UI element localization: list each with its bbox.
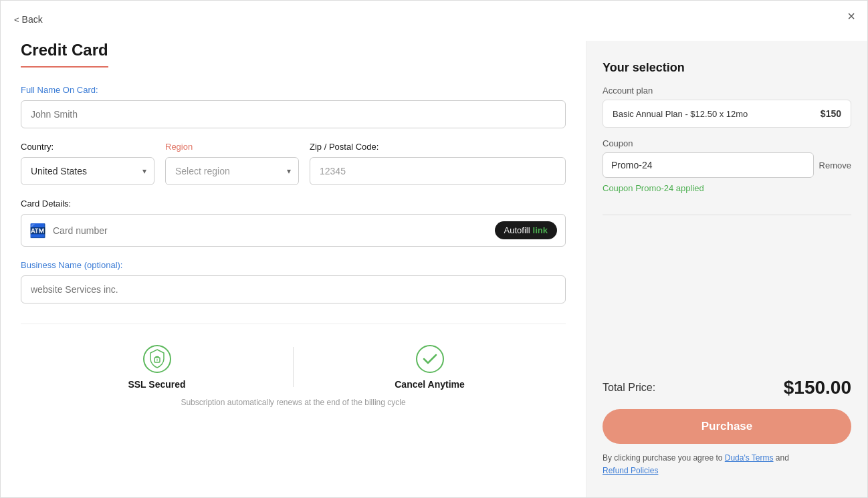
plan-price: $150 [821, 108, 841, 119]
business-name-label: Business Name (optional): [21, 260, 566, 270]
terms-before-text: By clicking purchase you agree to [603, 453, 725, 463]
country-field-group: Country: United States Canada United Kin… [21, 142, 154, 185]
coupon-label: Coupon [603, 138, 851, 148]
terms-link[interactable]: Duda's Terms [725, 453, 774, 463]
terms-middle-text: and [774, 453, 789, 463]
zip-field-group: Zip / Postal Code: [310, 142, 566, 185]
account-plan-label: Account plan [603, 86, 851, 96]
card-number-input[interactable] [53, 225, 495, 236]
autofill-link-text: link [533, 225, 548, 235]
sidebar-divider [603, 215, 851, 215]
zip-label: Zip / Postal Code: [310, 142, 566, 152]
right-panel: Your selection Account plan Basic Annual… [586, 41, 867, 497]
total-price: $150.00 [784, 377, 851, 398]
region-select-wrapper: Select region Alabama Alaska California … [165, 157, 299, 185]
svg-point-2 [156, 360, 158, 361]
security-badges: SSL Secured Cancel Anytime [21, 344, 566, 390]
business-section: Business Name (optional): [21, 260, 566, 303]
back-button[interactable]: Back [14, 14, 43, 25]
plan-name: Basic Annual Plan - $12.50 x 12mo [613, 109, 748, 119]
selection-title: Your selection [603, 61, 851, 75]
region-field-group: Region Select region Alabama Alaska Cali… [165, 142, 299, 185]
section-divider [21, 324, 566, 324]
location-fields-row: Country: United States Canada United Kin… [21, 142, 566, 185]
total-row: Total Price: $150.00 [603, 377, 851, 398]
autofill-button[interactable]: Autofill link [495, 221, 557, 239]
remove-coupon-button[interactable]: Remove [819, 160, 851, 170]
spacer [603, 226, 851, 377]
business-name-input[interactable] [21, 275, 566, 303]
country-label: Country: [21, 142, 154, 152]
cancel-check-icon [415, 344, 445, 374]
left-panel: Credit Card Full Name On Card: Country: … [1, 41, 586, 497]
terms-text: By clicking purchase you agree to Duda's… [603, 452, 851, 477]
country-select-wrapper: United States Canada United Kingdom ▾ [21, 157, 154, 185]
full-name-label: Full Name On Card: [21, 85, 566, 95]
modal-container: × Back Credit Card Full Name On Card: Co… [0, 0, 868, 498]
country-select[interactable]: United States Canada United Kingdom [21, 157, 154, 185]
zip-input[interactable] [310, 157, 566, 185]
coupon-input[interactable] [603, 152, 814, 178]
ssl-badge: SSL Secured [21, 344, 293, 390]
cancel-label: Cancel Anytime [395, 379, 465, 390]
coupon-applied-text: Coupon Promo-24 applied [603, 183, 851, 193]
cancel-badge: Cancel Anytime [294, 344, 566, 390]
region-select[interactable]: Select region Alabama Alaska California [165, 157, 299, 185]
close-button[interactable]: × [847, 9, 855, 24]
autofill-label: Autofill [504, 225, 530, 235]
card-details-section: Card Details: 🏧 Autofill link [21, 199, 566, 247]
region-label: Region [165, 142, 299, 152]
ssl-shield-icon [142, 344, 172, 374]
purchase-button[interactable]: Purchase [603, 409, 851, 444]
credit-card-icon: 🏧 [29, 223, 46, 239]
card-input-wrapper: 🏧 Autofill link [21, 214, 566, 247]
refund-link[interactable]: Refund Policies [603, 466, 658, 475]
full-name-input[interactable] [21, 100, 566, 128]
card-details-label: Card Details: [21, 199, 566, 209]
total-label: Total Price: [603, 382, 655, 394]
page-title: Credit Card [21, 41, 108, 68]
content-wrapper: Credit Card Full Name On Card: Country: … [1, 41, 867, 497]
plan-row: Basic Annual Plan - $12.50 x 12mo $150 [603, 100, 851, 128]
ssl-label: SSL Secured [128, 379, 185, 390]
coupon-row: Remove [603, 152, 851, 178]
svg-point-3 [417, 346, 443, 372]
subscription-note: Subscription automatically renews at the… [21, 398, 566, 407]
